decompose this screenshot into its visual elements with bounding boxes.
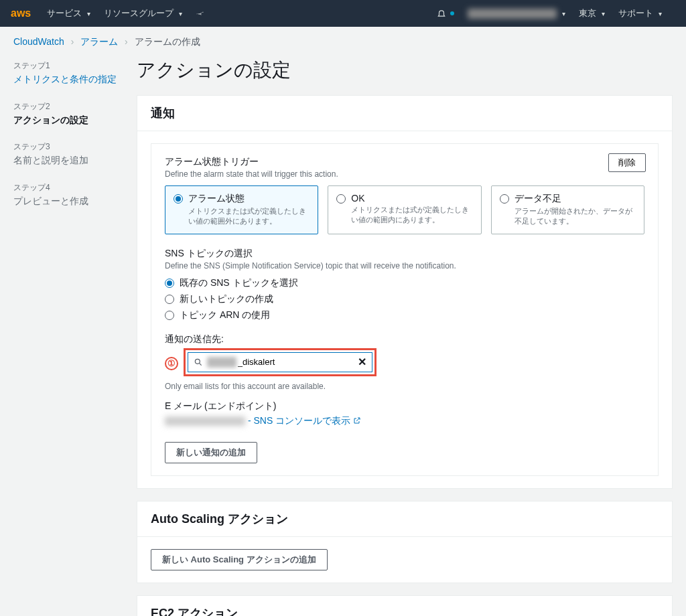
annotation-1: ① xyxy=(165,357,178,370)
sns-topic-search[interactable]: ████ ✕ xyxy=(188,352,372,372)
wizard-steps: ステップ1 メトリクスと条件の指定 ステップ2 アクションの設定 ステップ3 名… xyxy=(13,58,121,616)
trigger-alarm-state[interactable]: アラーム状態 メトリクスまたは式が定義したしきい値の範囲外にあります。 xyxy=(165,185,318,234)
sns-option-label: 既存の SNS トピックを選択 xyxy=(180,277,298,289)
step2-current: アクションの設定 xyxy=(13,114,121,127)
nav-resource-groups[interactable]: リソースグループ xyxy=(104,7,182,19)
sns-option-new[interactable]: 新しいトピックの作成 xyxy=(165,293,644,305)
trigger-ok[interactable]: OK メトリクスまたは式が定義したしきい値の範囲内にあります。 xyxy=(328,185,481,234)
nav-region[interactable]: 東京 xyxy=(579,7,605,19)
notification-header: 通知 xyxy=(137,96,672,131)
main-content: アクションの設定 通知 削除 アラーム状態トリガー Define the ala… xyxy=(137,58,673,616)
notification-block: 削除 アラーム状態トリガー Define the alarm state tha… xyxy=(151,143,659,476)
step3-label: ステップ3 xyxy=(13,141,121,153)
external-link-icon xyxy=(353,415,361,426)
nav-account[interactable]: ████████████ ... xyxy=(468,9,565,19)
trigger-desc-text: アラームが開始されたか、データが不足しています。 xyxy=(514,206,636,227)
clear-icon[interactable]: ✕ xyxy=(358,356,366,368)
ec2-header: EC2 アクション xyxy=(137,596,672,616)
chevron-right-icon: › xyxy=(71,36,74,47)
notification-dot-icon xyxy=(450,11,454,15)
step1-link[interactable]: メトリクスと条件の指定 xyxy=(13,73,121,86)
sns-option-label: トピック ARN の使用 xyxy=(180,309,270,321)
trigger-insufficient-data[interactable]: データ不足 アラームが開始されたか、データが不足しています。 xyxy=(491,185,644,234)
nav-notifications[interactable] xyxy=(437,9,454,18)
search-note: Only email lists for this account are av… xyxy=(165,382,644,391)
radio-icon xyxy=(336,194,346,204)
top-nav: aws サービス リソースグループ ████████████ ... 東京 サポ… xyxy=(0,0,686,27)
step2-label: ステップ2 xyxy=(13,101,121,112)
annotation-highlight-1: ████ ✕ xyxy=(184,348,376,376)
trigger-title: アラーム状態トリガー xyxy=(165,156,644,168)
breadcrumb-alarms[interactable]: アラーム xyxy=(80,36,118,47)
autoscaling-header: Auto Scaling アクション xyxy=(137,502,672,537)
sns-console-link[interactable]: - SNS コンソールで表示 xyxy=(248,415,361,426)
pin-icon[interactable] xyxy=(196,9,205,18)
svg-line-1 xyxy=(199,363,201,365)
trigger-label: データ不足 xyxy=(514,193,636,205)
breadcrumb-current: アラームの作成 xyxy=(135,36,200,47)
radio-icon xyxy=(165,279,174,288)
sns-desc: Define the SNS (Simple Notification Serv… xyxy=(165,261,644,271)
email-endpoint-label: E メール (エンドポイント) xyxy=(165,400,644,412)
trigger-desc-text: メトリクスまたは式が定義したしきい値の範囲外にあります。 xyxy=(188,206,310,227)
trigger-desc: Define the alarm state that will trigger… xyxy=(165,169,644,179)
sns-option-existing[interactable]: 既存の SNS トピックを選択 xyxy=(165,277,644,289)
step4-title: プレビューと作成 xyxy=(13,195,121,208)
radio-icon xyxy=(165,295,174,304)
send-to-label: 通知の送信先: xyxy=(165,333,644,345)
nav-services[interactable]: サービス xyxy=(47,7,90,19)
radio-icon xyxy=(165,311,174,320)
svg-point-0 xyxy=(195,359,200,364)
ec2-panel: EC2 アクション This action is only available … xyxy=(137,595,673,616)
aws-logo[interactable]: aws xyxy=(11,7,31,19)
notification-panel: 通知 削除 アラーム状態トリガー Define the alarm state … xyxy=(137,95,673,489)
page-title: アクションの設定 xyxy=(137,58,673,83)
add-notification-button[interactable]: 新しい通知の追加 xyxy=(165,442,257,463)
trigger-label: アラーム状態 xyxy=(188,193,310,205)
nav-support[interactable]: サポート xyxy=(618,7,662,19)
sns-title: SNS トピックの選択 xyxy=(165,248,644,260)
delete-notification-button[interactable]: 削除 xyxy=(608,153,646,172)
sns-topic-input[interactable] xyxy=(238,357,358,367)
breadcrumb-cloudwatch[interactable]: CloudWatch xyxy=(13,36,64,47)
trigger-desc-text: メトリクスまたは式が定義したしきい値の範囲内にあります。 xyxy=(351,205,472,226)
step1-label: ステップ1 xyxy=(13,60,121,72)
radio-icon xyxy=(500,194,509,204)
email-endpoint-value: hidden xyxy=(165,416,245,426)
step3-title: 名前と説明を追加 xyxy=(13,154,121,167)
trigger-label: OK xyxy=(351,193,472,204)
chevron-right-icon: › xyxy=(125,36,128,47)
autoscaling-panel: Auto Scaling アクション 新しい Auto Scaling アクショ… xyxy=(137,501,673,583)
breadcrumb: CloudWatch › アラーム › アラームの作成 xyxy=(0,27,686,58)
email-endpoint-row: hidden - SNS コンソールで表示 xyxy=(165,415,644,427)
sns-option-arn[interactable]: トピック ARN の使用 xyxy=(165,309,644,321)
step4-label: ステップ4 xyxy=(13,182,121,194)
add-autoscaling-action-button[interactable]: 新しい Auto Scaling アクションの追加 xyxy=(151,549,328,570)
search-icon xyxy=(194,358,203,367)
radio-icon xyxy=(174,194,183,204)
sns-option-label: 新しいトピックの作成 xyxy=(180,293,273,305)
